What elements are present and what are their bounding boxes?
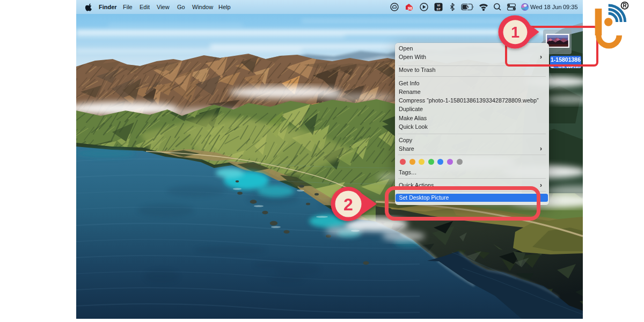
svg-text:ST: ST [436, 8, 441, 11]
svg-text:R: R [623, 3, 627, 9]
svg-text:VI: VI [437, 4, 440, 7]
svg-text:98: 98 [408, 6, 412, 10]
